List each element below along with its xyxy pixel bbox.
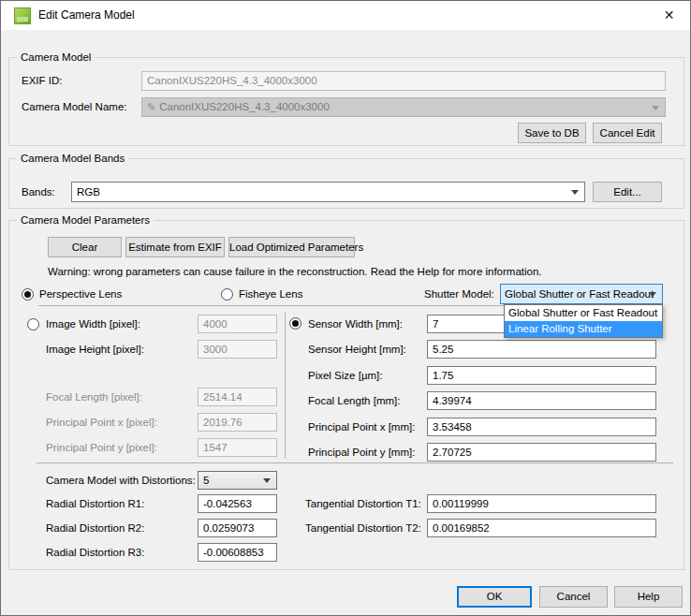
- chevron-down-icon: [263, 478, 271, 483]
- image-width-radio[interactable]: [27, 318, 39, 330]
- image-height-label: Image Height [pixel]:: [46, 340, 144, 359]
- sensor-width-radio[interactable]: [289, 317, 301, 330]
- radial-r3-field[interactable]: -0.00608853: [198, 543, 277, 562]
- tangential-t1-label: Tangential Distortion T1:: [305, 494, 421, 513]
- principal-point-x-mm-field[interactable]: 3.53458: [427, 418, 656, 436]
- app-icon: [14, 7, 31, 24]
- chevron-down-icon: [649, 292, 656, 297]
- image-height-field: 3000: [198, 340, 277, 359]
- camera-model-name-combo: ✎CanonIXUS220HS_4.3_4000x3000: [141, 97, 666, 117]
- ok-button[interactable]: OK: [457, 586, 532, 608]
- distortions-count-combo[interactable]: 5: [198, 471, 277, 490]
- shutter-model-value: Global Shutter or Fast Readout: [505, 288, 654, 300]
- principal-point-y-pixel-field: 1547: [198, 438, 277, 457]
- focal-length-mm-label: Focal Length [mm]:: [308, 391, 400, 410]
- fisheye-lens-label: Fisheye Lens: [239, 286, 302, 302]
- principal-point-y-mm-label: Principal Point y [mm]:: [308, 443, 415, 462]
- sensor-height-field[interactable]: 5.25: [427, 340, 656, 359]
- edit-camera-model-dialog: Edit Camera Model ✕ Camera Model EXIF ID…: [0, 0, 691, 616]
- shutter-model-combo[interactable]: Global Shutter or Fast Readout: [500, 284, 663, 304]
- fisheye-lens-radio[interactable]: [221, 288, 233, 301]
- sensor-height-label: Sensor Height [mm]:: [308, 340, 406, 359]
- help-button[interactable]: Help: [614, 586, 683, 608]
- tangential-t1-field[interactable]: 0.00119999: [427, 494, 656, 513]
- bands-value: RGB: [77, 186, 100, 198]
- cancel-edit-button[interactable]: Cancel Edit: [593, 123, 662, 143]
- tangential-t2-label: Tangential Distortion T2:: [305, 519, 421, 537]
- window-title: Edit Camera Model: [38, 1, 135, 30]
- group-camera-model-parameters-legend: Camera Model Parameters: [17, 213, 154, 227]
- image-width-label: Image Width [pixel]:: [46, 315, 140, 333]
- exif-id-label: EXIF ID:: [22, 71, 62, 91]
- pixel-size-field[interactable]: 1.75: [427, 366, 656, 385]
- image-width-field: 4000: [198, 315, 277, 333]
- load-optimized-parameters-button[interactable]: Load Optimized Parameters: [228, 237, 355, 257]
- edit-bands-button[interactable]: Edit...: [593, 182, 662, 202]
- title-bar: Edit Camera Model ✕: [1, 1, 690, 30]
- focal-length-mm-field[interactable]: 4.39974: [427, 391, 656, 410]
- estimate-from-exif-button[interactable]: Estimate from EXIF: [125, 237, 225, 257]
- radial-r1-label: Radial Distortion R1:: [46, 494, 144, 513]
- focal-length-pixel-label: Focal Length [pixel]:: [46, 388, 142, 406]
- shutter-model-label: Shutter Model:: [424, 284, 494, 304]
- principal-point-x-pixel-label: Principal Point x [pixel]:: [46, 413, 157, 432]
- radial-r2-field[interactable]: 0.0259073: [198, 519, 277, 537]
- bands-combo[interactable]: RGB: [71, 182, 585, 202]
- tangential-t2-field[interactable]: 0.00169852: [427, 519, 656, 537]
- distortions-count-value: 5: [203, 475, 209, 486]
- shutter-model-dropdown: Global Shutter or Fast Readout Linear Ro…: [504, 304, 663, 338]
- sensor-width-label: Sensor Width [mm]:: [308, 315, 403, 333]
- radial-r1-field[interactable]: -0.042563: [198, 494, 277, 513]
- clear-button[interactable]: Clear: [48, 237, 122, 257]
- radial-r3-label: Radial Distortion R3:: [46, 543, 144, 562]
- perspective-lens-radio[interactable]: [22, 288, 34, 301]
- camera-model-name-label: Camera Model Name:: [22, 97, 126, 117]
- distortions-count-label: Camera Model with Distortions:: [46, 471, 196, 490]
- principal-point-x-mm-label: Principal Point x [mm]:: [308, 418, 415, 436]
- camera-model-name-value: CanonIXUS220HS_4.3_4000x3000: [159, 101, 330, 112]
- close-icon[interactable]: ✕: [648, 1, 690, 30]
- group-camera-model-legend: Camera Model: [17, 51, 95, 65]
- perspective-lens-label: Perspective Lens: [39, 286, 122, 302]
- principal-point-x-pixel-field: 2019.76: [198, 413, 277, 432]
- exif-id-field: CanonIXUS220HS_4.3_4000x3000: [141, 71, 666, 91]
- principal-point-y-pixel-label: Principal Point y [pixel]:: [46, 438, 157, 457]
- pixel-size-label: Pixel Size [µm]:: [308, 366, 382, 385]
- cancel-button[interactable]: Cancel: [539, 586, 608, 608]
- warning-text: Warning: wrong parameters can cause fail…: [48, 265, 542, 279]
- column-divider: [285, 313, 286, 459]
- shutter-option-global[interactable]: Global Shutter or Fast Readout: [505, 305, 662, 321]
- section-divider: [37, 462, 673, 463]
- chevron-down-icon: [571, 190, 579, 195]
- chevron-down-icon: [652, 106, 659, 110]
- pencil-icon: ✎: [147, 101, 155, 112]
- save-to-db-button[interactable]: Save to DB: [518, 123, 586, 143]
- bands-label: Bands:: [22, 182, 55, 202]
- focal-length-pixel-field: 2514.14: [198, 388, 277, 406]
- shutter-option-linear-rolling[interactable]: Linear Rolling Shutter: [505, 321, 662, 337]
- group-camera-model-bands-legend: Camera Model Bands: [17, 152, 128, 166]
- radial-r2-label: Radial Distortion R2:: [46, 519, 144, 537]
- principal-point-y-mm-field[interactable]: 2.70725: [427, 443, 656, 462]
